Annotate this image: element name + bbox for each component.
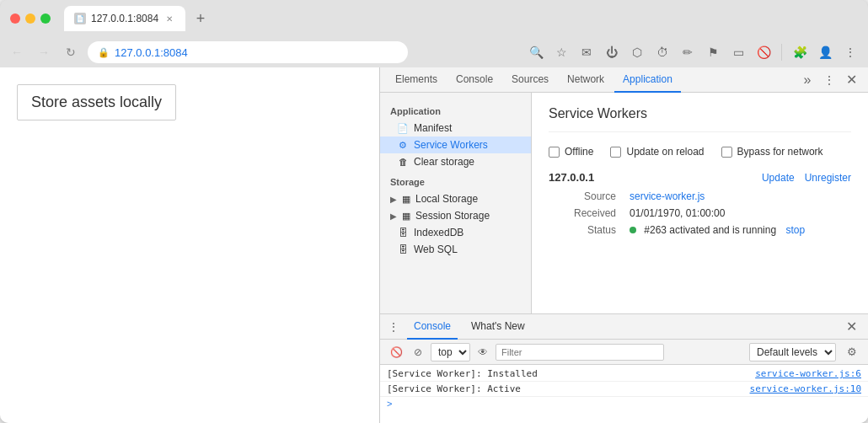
pocket-icon[interactable]: ⬡ (626, 41, 648, 63)
tab-bar: 📄 127.0.0.1:8084 ✕ + (64, 6, 858, 31)
sidebar-section-application: Application (380, 103, 531, 120)
menu-icon[interactable]: ⋮ (839, 41, 861, 63)
mail-icon[interactable]: ✉ (576, 41, 597, 63)
console-log-installed-source[interactable]: service-worker.js:6 (755, 368, 861, 379)
security-icon: 🔒 (98, 47, 110, 58)
sidebar-section-storage: Storage (380, 174, 531, 190)
tab-favicon: 📄 (74, 13, 86, 24)
service-workers-panel: Service Workers Offline Update on reload (532, 93, 868, 313)
sidebar-item-web-sql[interactable]: 🗄 Web SQL (380, 241, 531, 258)
update-on-reload-checkbox[interactable] (610, 147, 621, 158)
flag-icon[interactable]: ⚑ (702, 41, 724, 63)
extensions-icon[interactable]: 🧩 (789, 41, 811, 63)
browser-tab[interactable]: 📄 127.0.0.1:8084 ✕ (64, 6, 185, 31)
console-level-select[interactable]: Default levels (749, 343, 836, 361)
session-storage-arrow-icon: ▶ (390, 212, 397, 221)
sw-unregister-link[interactable]: Unregister (805, 172, 851, 184)
tab-console-label: Console (456, 73, 493, 85)
sidebar-item-service-workers[interactable]: ⚙ Service Workers (380, 137, 531, 153)
console-filter-toggle[interactable]: ⊘ (409, 343, 427, 361)
page-content: Store assets locally (0, 67, 379, 423)
sw-status-value: #263 activated and is running stop (630, 224, 805, 236)
timer-icon[interactable]: ⏱ (651, 41, 673, 63)
sw-entry-header: 127.0.0.1 Update Unregister (549, 171, 851, 184)
sw-received-row: Received 01/01/1970, 01:00:00 (549, 207, 851, 219)
offline-option[interactable]: Offline (549, 146, 593, 158)
sidebar-item-clear-storage[interactable]: 🗑 Clear storage (380, 153, 531, 170)
zoom-icon[interactable]: 🔍 (525, 41, 547, 63)
tab-title: 127.0.0.1:8084 (91, 13, 158, 24)
indexeddb-icon: 🗄 (397, 227, 409, 238)
power-icon[interactable]: ⏻ (601, 41, 623, 63)
sw-received-value: 01/01/1970, 01:00:00 (630, 207, 725, 219)
refresh-button[interactable]: ↻ (61, 42, 81, 62)
console-tab[interactable]: Console (407, 314, 458, 340)
sw-status-text: #263 activated and is running (644, 224, 776, 236)
console-close-button[interactable]: ✕ (841, 317, 861, 337)
sidebar-item-session-storage[interactable]: ▶ ▦ Session Storage (380, 207, 531, 224)
sw-status-label: Status (549, 224, 616, 236)
console-settings-icon[interactable]: ⚙ (843, 343, 861, 361)
sidebar-item-manifest[interactable]: 📄 Manifest (380, 120, 531, 137)
forward-button[interactable]: → (34, 42, 54, 62)
window-icon[interactable]: ▭ (727, 41, 749, 63)
console-controls: 🚫 ⊘ top 👁 Default levels ⚙ (380, 340, 868, 365)
offline-checkbox[interactable] (549, 147, 560, 158)
devtools-more-tabs[interactable]: » (797, 70, 817, 90)
console-eye-icon[interactable]: 👁 (474, 343, 492, 361)
sw-entry-actions: Update Unregister (762, 172, 851, 184)
devtools-dock-icon[interactable]: ⋮ (819, 70, 839, 90)
session-storage-db-icon: ▦ (400, 210, 412, 222)
address-text: 127.0.0.1:8084 (115, 46, 188, 59)
sidebar-item-local-storage[interactable]: ▶ ▦ Local Storage (380, 190, 531, 207)
tab-sources[interactable]: Sources (503, 67, 557, 93)
devtools-close-button[interactable]: ✕ (841, 70, 861, 90)
pen-icon[interactable]: ✏ (677, 41, 699, 63)
console-clear-button[interactable]: 🚫 (387, 343, 405, 361)
back-button[interactable]: ← (7, 42, 27, 62)
tab-elements[interactable]: Elements (387, 67, 446, 93)
console-prompt-chevron: > (387, 399, 392, 409)
devtools-main-panel: Service Workers Offline Update on reload (532, 93, 868, 313)
sidebar-item-indexeddb[interactable]: 🗄 IndexedDB (380, 224, 531, 241)
local-storage-db-icon: ▦ (400, 193, 412, 205)
console-log-active-source[interactable]: service-worker.js:10 (750, 383, 861, 394)
tab-close-button[interactable]: ✕ (163, 13, 175, 24)
bypass-for-network-option[interactable]: Bypass for network (721, 146, 823, 158)
console-context-select[interactable]: top (431, 343, 470, 361)
new-tab-button[interactable]: + (189, 7, 212, 30)
offline-label: Offline (565, 146, 593, 158)
sw-update-link[interactable]: Update (762, 172, 795, 184)
address-input[interactable]: 🔒 127.0.0.1:8084 (88, 41, 408, 63)
profile-icon[interactable]: 👤 (814, 41, 836, 63)
maximize-button[interactable] (40, 13, 51, 24)
console-tab-bar: ⋮ Console What's New ✕ (380, 314, 868, 340)
store-assets-button[interactable]: Store assets locally (17, 84, 176, 120)
minimize-button[interactable] (25, 13, 35, 24)
console-tab-label: Console (414, 320, 451, 332)
console-menu-icon[interactable]: ⋮ (387, 320, 400, 334)
console-prompt[interactable]: > (380, 397, 868, 410)
bypass-for-network-checkbox[interactable] (721, 147, 732, 158)
sw-stop-link[interactable]: stop (785, 224, 805, 236)
sw-panel-title: Service Workers (549, 106, 851, 132)
manifest-icon: 📄 (397, 122, 409, 134)
sw-entry: 127.0.0.1 Update Unregister Source (549, 171, 851, 236)
console-bottom-panel: ⋮ Console What's New ✕ 🚫 ⊘ top (380, 313, 868, 423)
update-on-reload-label: Update on reload (626, 146, 704, 158)
sidebar-item-clear-storage-label: Clear storage (414, 156, 474, 168)
update-on-reload-option[interactable]: Update on reload (610, 146, 704, 158)
tab-network[interactable]: Network (559, 67, 613, 93)
close-button[interactable] (10, 13, 20, 24)
block-icon[interactable]: 🚫 (753, 41, 774, 63)
sw-source-file-link[interactable]: service-worker.js (630, 190, 705, 202)
console-filter-input[interactable] (496, 344, 664, 361)
sw-source-row: Source service-worker.js (549, 190, 851, 202)
local-storage-arrow-icon: ▶ (390, 195, 397, 204)
sidebar-item-local-storage-label: Local Storage (415, 193, 478, 205)
tab-console[interactable]: Console (447, 67, 501, 93)
tab-application[interactable]: Application (614, 67, 681, 93)
bypass-for-network-label: Bypass for network (737, 146, 823, 158)
whats-new-tab[interactable]: What's New (464, 314, 532, 340)
bookmark-icon[interactable]: ☆ (550, 41, 572, 63)
